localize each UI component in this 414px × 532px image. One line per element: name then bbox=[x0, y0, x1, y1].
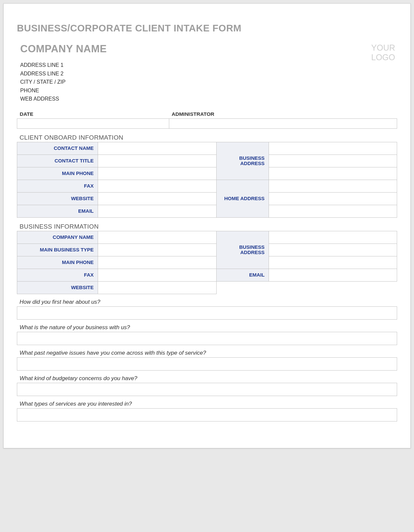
bi-website-label: WEBSITE bbox=[17, 281, 98, 294]
contact-title-input[interactable] bbox=[98, 155, 216, 167]
home-address-label: HOME ADDRESS bbox=[217, 180, 269, 217]
main-phone-label: MAIN PHONE bbox=[17, 167, 98, 180]
bi-main-business-type-input[interactable] bbox=[98, 244, 216, 256]
fax-label: FAX bbox=[17, 180, 98, 192]
home-address-line3-input[interactable] bbox=[269, 205, 397, 217]
business-address-line2-input[interactable] bbox=[269, 155, 397, 167]
business-info-table: COMPANY NAME BUSINESS ADDRESS MAIN BUSIN… bbox=[17, 231, 397, 294]
home-address-line2-input[interactable] bbox=[269, 192, 397, 205]
bi-email-label: EMAIL bbox=[217, 269, 269, 281]
question-2-label: What is the nature of your business with… bbox=[20, 324, 397, 331]
web-address-line: WEB ADDRESS bbox=[20, 95, 107, 103]
address-line-1: ADDRESS LINE 1 bbox=[20, 61, 107, 69]
phone-line: PHONE bbox=[20, 86, 107, 95]
client-onboard-heading: CLIENT ONBOARD INFORMATION bbox=[20, 134, 397, 141]
company-name-heading: COMPANY NAME bbox=[20, 43, 107, 55]
bi-company-name-label: COMPANY NAME bbox=[17, 231, 98, 244]
date-input[interactable] bbox=[17, 118, 169, 128]
website-label: WEBSITE bbox=[17, 192, 98, 205]
contact-name-input[interactable] bbox=[98, 142, 216, 155]
question-5-label: What types of services are you intereste… bbox=[20, 401, 397, 407]
question-1-label: How did you first hear about us? bbox=[20, 299, 397, 305]
question-2-input[interactable] bbox=[17, 332, 397, 345]
bi-business-address-line1-input[interactable] bbox=[269, 231, 397, 244]
date-admin-table: DATE ADMINISTRATOR bbox=[17, 110, 397, 129]
logo-line-2: LOGO bbox=[371, 53, 395, 62]
administrator-label: ADMINISTRATOR bbox=[172, 111, 214, 117]
address-line-2: ADDRESS LINE 2 bbox=[20, 69, 107, 78]
email-label: EMAIL bbox=[17, 205, 98, 217]
question-4-label: What kind of budgetary concerns do you h… bbox=[20, 375, 397, 382]
bi-fax-label: FAX bbox=[17, 269, 98, 281]
logo-line-1: YOUR bbox=[371, 43, 395, 53]
email-input[interactable] bbox=[98, 205, 216, 217]
form-main-title: BUSINESS/CORPORATE CLIENT INTAKE FORM bbox=[17, 23, 397, 34]
client-onboard-table: CONTACT NAME BUSINESS ADDRESS CONTACT TI… bbox=[17, 142, 397, 218]
question-4-input[interactable] bbox=[17, 383, 397, 396]
question-5-input[interactable] bbox=[17, 408, 397, 421]
business-address-line1-input[interactable] bbox=[269, 142, 397, 155]
bi-business-address-label: BUSINESS ADDRESS bbox=[217, 231, 269, 269]
bi-main-phone-label: MAIN PHONE bbox=[17, 256, 98, 269]
city-state-zip: CITY / STATE / ZIP bbox=[20, 78, 107, 86]
business-address-line3-input[interactable] bbox=[269, 167, 397, 180]
main-phone-input[interactable] bbox=[98, 167, 216, 180]
question-1-input[interactable] bbox=[17, 306, 397, 320]
business-address-label: BUSINESS ADDRESS bbox=[217, 142, 269, 180]
bi-main-phone-input[interactable] bbox=[98, 256, 216, 269]
logo-placeholder: YOUR LOGO bbox=[371, 43, 395, 62]
question-3-label: What past negative issues have you come … bbox=[20, 350, 397, 356]
page-container: BUSINESS/CORPORATE CLIENT INTAKE FORM CO… bbox=[3, 3, 411, 448]
bi-main-business-type-label: MAIN BUSINESS TYPE bbox=[17, 244, 98, 256]
bi-business-address-line2-input[interactable] bbox=[269, 244, 397, 256]
bi-website-input[interactable] bbox=[98, 281, 216, 294]
contact-title-label: CONTACT TITLE bbox=[17, 155, 98, 167]
website-input[interactable] bbox=[98, 192, 216, 205]
company-address-block: ADDRESS LINE 1 ADDRESS LINE 2 CITY / STA… bbox=[20, 61, 107, 103]
bi-fax-input[interactable] bbox=[98, 269, 216, 281]
header-row: COMPANY NAME ADDRESS LINE 1 ADDRESS LINE… bbox=[17, 43, 397, 103]
bi-business-address-line3-input[interactable] bbox=[269, 256, 397, 269]
home-address-line1-input[interactable] bbox=[269, 180, 397, 192]
date-label: DATE bbox=[20, 111, 33, 117]
administrator-input[interactable] bbox=[169, 118, 397, 128]
contact-name-label: CONTACT NAME bbox=[17, 142, 98, 155]
question-3-input[interactable] bbox=[17, 357, 397, 371]
business-info-heading: BUSINESS INFORMATION bbox=[20, 223, 397, 230]
bi-company-name-input[interactable] bbox=[98, 231, 216, 244]
bi-email-input[interactable] bbox=[269, 269, 397, 281]
fax-input[interactable] bbox=[98, 180, 216, 192]
